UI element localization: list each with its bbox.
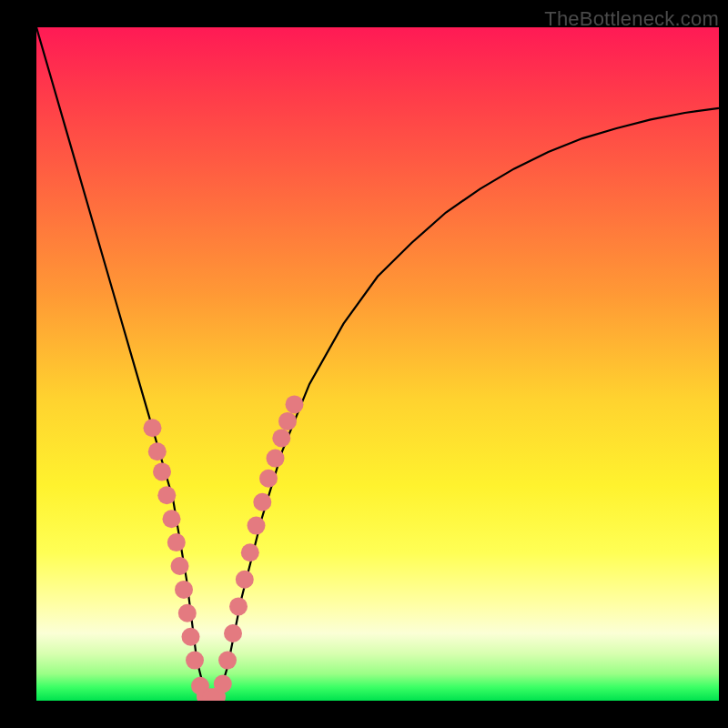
data-dot: [144, 419, 162, 437]
data-dot: [229, 597, 248, 615]
data-dot: [214, 675, 232, 693]
data-dot: [224, 624, 242, 642]
data-dot: [186, 652, 204, 670]
data-dot: [259, 470, 278, 488]
data-dot: [267, 450, 285, 468]
plot-area: [36, 27, 719, 701]
chart-svg: [36, 27, 719, 701]
data-dot: [167, 533, 186, 551]
bottleneck-curve: [36, 27, 719, 701]
data-dot: [253, 493, 271, 511]
data-dot: [153, 462, 171, 480]
data-dot: [148, 442, 167, 460]
app-frame: TheBottleneck.com: [0, 0, 728, 728]
data-dot: [241, 543, 259, 561]
data-dot: [218, 652, 237, 670]
data-dot: [175, 581, 193, 599]
data-dot: [236, 571, 254, 589]
data-dot: [272, 429, 290, 447]
data-dot: [278, 412, 297, 430]
data-dot: [178, 604, 197, 622]
dot-cluster-left: [144, 419, 227, 701]
watermark-text: TheBottleneck.com: [544, 7, 719, 31]
data-dot: [171, 557, 189, 575]
data-dot: [157, 486, 176, 504]
data-dot: [182, 628, 200, 646]
data-dot: [163, 510, 181, 528]
dot-cluster-right: [214, 395, 304, 693]
data-dot: [248, 517, 266, 535]
data-dot: [286, 395, 304, 413]
